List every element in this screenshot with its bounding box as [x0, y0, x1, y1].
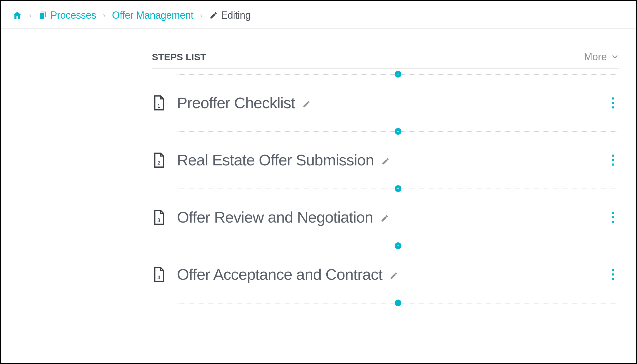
- pencil-icon: [209, 11, 218, 20]
- breadcrumb: › Processes › Offer Management › Editing: [1, 1, 636, 29]
- add-step-separator: [177, 183, 619, 194]
- add-step-button[interactable]: [395, 128, 401, 135]
- step-doc-icon-wrap: 1: [152, 95, 177, 111]
- step-doc-icon-wrap: 4: [152, 266, 177, 283]
- dot-icon: [612, 163, 614, 166]
- svg-text:1: 1: [157, 103, 160, 109]
- dot-icon: [612, 155, 614, 157]
- dot-icon: [612, 269, 614, 271]
- edit-step-button[interactable]: [302, 94, 311, 112]
- add-step-separator: [177, 297, 619, 308]
- breadcrumb-processes-label: Processes: [51, 9, 96, 21]
- step-menu-button[interactable]: [609, 152, 617, 168]
- dot-icon: [612, 102, 614, 104]
- pencil-icon: [381, 157, 390, 165]
- step-row[interactable]: 2 Real Estate Offer Submission: [152, 137, 619, 183]
- breadcrumb-processes[interactable]: Processes: [38, 9, 96, 21]
- steps-area: 1 Preoffer Checklist: [152, 69, 619, 308]
- step-title-text: Preoffer Checklist: [177, 94, 295, 112]
- breadcrumb-offer-management-label: Offer Management: [112, 9, 193, 21]
- plus-icon: [396, 72, 400, 76]
- document-icon: 2: [152, 152, 166, 168]
- edit-step-button[interactable]: [380, 208, 389, 226]
- chevron-right-icon: ›: [29, 11, 32, 20]
- home-icon: [12, 10, 22, 20]
- plus-icon: [396, 187, 400, 191]
- more-label: More: [584, 51, 607, 63]
- step-title: Offer Review and Negotiation: [177, 208, 389, 226]
- dot-icon: [612, 221, 614, 223]
- step-title-text: Offer Acceptance and Contract: [177, 265, 382, 283]
- step-title-text: Real Estate Offer Submission: [177, 151, 374, 169]
- add-step-button[interactable]: [395, 300, 401, 306]
- svg-text:4: 4: [157, 274, 160, 280]
- pencil-icon: [380, 214, 389, 223]
- document-icon: 1: [152, 95, 166, 111]
- document-icon: 4: [152, 266, 166, 283]
- dot-icon: [612, 278, 614, 280]
- document-icon: 3: [152, 209, 166, 225]
- svg-text:2: 2: [157, 160, 160, 166]
- breadcrumb-offer-management[interactable]: Offer Management: [112, 9, 193, 21]
- dot-icon: [612, 273, 614, 276]
- plus-icon: [396, 301, 400, 305]
- more-dropdown[interactable]: More: [584, 51, 619, 63]
- step-menu-button[interactable]: [609, 266, 617, 283]
- add-step-separator: [177, 69, 619, 80]
- step-row[interactable]: 1 Preoffer Checklist: [152, 80, 619, 126]
- steps-list-title: STEPS LIST: [152, 52, 206, 62]
- step-title-text: Offer Review and Negotiation: [177, 208, 373, 226]
- step-title: Preoffer Checklist: [177, 94, 311, 112]
- chevron-right-icon: ›: [200, 11, 203, 20]
- chevron-down-icon: [611, 53, 619, 61]
- edit-step-button[interactable]: [390, 265, 398, 283]
- step-title: Real Estate Offer Submission: [177, 151, 390, 169]
- add-step-separator: [177, 240, 619, 251]
- step-title: Offer Acceptance and Contract: [177, 265, 398, 283]
- app-frame: › Processes › Offer Management › Editing…: [0, 0, 637, 364]
- dot-icon: [612, 212, 614, 214]
- step-row[interactable]: 3 Offer Review and Negotiation: [152, 194, 619, 240]
- dot-icon: [612, 97, 614, 100]
- step-doc-icon-wrap: 3: [152, 209, 177, 225]
- step-doc-icon-wrap: 2: [152, 152, 177, 168]
- plus-icon: [396, 244, 400, 248]
- step-row[interactable]: 4 Offer Acceptance and Contract: [152, 251, 619, 297]
- breadcrumb-editing: Editing: [209, 9, 251, 21]
- copy-icon: [38, 11, 47, 20]
- step-menu-button[interactable]: [609, 95, 617, 111]
- dot-icon: [612, 106, 614, 109]
- add-step-button[interactable]: [395, 242, 401, 249]
- pencil-icon: [302, 100, 311, 108]
- breadcrumb-editing-label: Editing: [221, 9, 251, 21]
- edit-step-button[interactable]: [381, 151, 390, 169]
- chevron-right-icon: ›: [103, 11, 105, 20]
- steps-list-header: STEPS LIST More: [152, 51, 619, 69]
- pencil-icon: [390, 271, 398, 280]
- add-step-button[interactable]: [395, 71, 401, 78]
- main-content: STEPS LIST More: [1, 29, 636, 308]
- breadcrumb-home[interactable]: [12, 10, 22, 20]
- add-step-separator: [177, 126, 619, 137]
- plus-icon: [396, 129, 400, 133]
- dot-icon: [612, 216, 614, 218]
- step-menu-button[interactable]: [609, 209, 617, 226]
- svg-text:3: 3: [157, 217, 160, 223]
- dot-icon: [612, 159, 614, 161]
- add-step-button[interactable]: [395, 185, 401, 192]
